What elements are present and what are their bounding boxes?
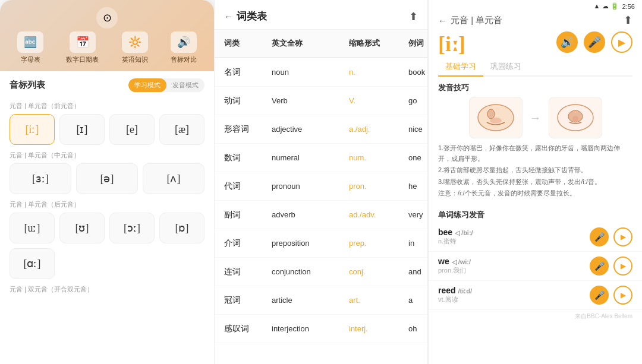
cell-chinese: 介词 — [224, 238, 272, 249]
word-mic-btn[interactable]: 🎤 — [590, 227, 609, 246]
speaker-btn[interactable]: 🔊 — [556, 31, 578, 53]
table-row[interactable]: 副词 adverb ad./adv. very — [215, 201, 427, 229]
svg-point-1 — [487, 109, 495, 119]
word-info: reed /tiːd/ vt.阅读 — [438, 286, 590, 304]
table-row[interactable]: 动词 Verb V. go — [215, 87, 427, 115]
cell-abbr: art. — [349, 296, 408, 305]
section-label-back-vowel: 元音 | 单元音（后元音） — [10, 200, 204, 209]
word-meaning: n.蜜蜂 — [438, 237, 590, 246]
practice-section-title: 单词练习发音 — [429, 205, 642, 223]
phoneme-ae[interactable]: [æ] — [159, 114, 204, 145]
section-label-diphthong: 元音 | 双元音（开合双元音） — [10, 285, 204, 294]
cell-english: article — [272, 296, 349, 305]
phoneme-grid-mid: [ɜː] [ə] [ʌ] — [10, 163, 204, 194]
nav-item-dates[interactable]: 📅 数字日期表 — [66, 31, 99, 64]
cell-english: noun — [272, 68, 349, 77]
word-practice-list: bee ◁ /bi:/ n.蜜蜂 🎤 ▶ we ◁ /wi:/ pron.我们 … — [429, 223, 642, 310]
cell-abbr: pron. — [349, 182, 408, 191]
phoneme-i-long[interactable]: [iː] — [10, 114, 55, 145]
status-icons: ▲ ☁ 🔋 — [594, 2, 619, 10]
panel3-footer: 来自BBC-Alex Bellem — [429, 310, 642, 323]
mouth-diagram-2 — [549, 97, 602, 138]
cell-abbr: interj. — [349, 324, 408, 333]
mode-pronounce-btn[interactable]: 发音模式 — [166, 78, 204, 92]
cell-example: in — [408, 239, 427, 248]
play-btn[interactable]: ▶ — [611, 31, 632, 53]
phoneme-o-long[interactable]: [ɔː] — [109, 213, 155, 243]
phoneme-grid-back: [uː] [ʊ] [ɔː] [ɒ] — [10, 213, 204, 243]
back-button[interactable]: ← 词类表 — [224, 10, 267, 23]
cell-chinese: 副词 — [224, 210, 272, 220]
panel3-tabs: 基础学习 巩固练习 — [438, 58, 632, 77]
cell-abbr: conj. — [349, 267, 408, 276]
phoneme-content: 元音 | 单元音（前元音） [iː] [ɪ] [e] [æ] 元音 | 单元音（… — [0, 96, 214, 364]
svg-point-2 — [490, 118, 502, 124]
mode-learn-btn[interactable]: 学习模式 — [128, 78, 166, 92]
nav-item-phonetic[interactable]: 🔊 音标对比 — [171, 31, 197, 64]
word-play-btn[interactable]: ▶ — [613, 286, 632, 305]
cell-example: book — [408, 68, 427, 77]
table-row[interactable]: 数词 numeral num. one — [215, 144, 427, 172]
svg-point-5 — [572, 116, 578, 122]
panel-phoneme-detail: ▲ ☁ 🔋 2:56 ← 元音 | 单元音 ⬆ [iː] 🔊 🎤 ▶ 基础学习 … — [428, 0, 642, 364]
mic-btn[interactable]: 🎤 — [584, 31, 605, 53]
phoneme-er-long[interactable]: [ɜː] — [10, 163, 71, 194]
word-practice-item: we ◁ /wi:/ pron.我们 🎤 ▶ — [429, 252, 642, 281]
tab-advanced[interactable]: 巩固练习 — [483, 58, 528, 75]
word-practice-item: reed /tiːd/ vt.阅读 🎤 ▶ — [429, 281, 642, 310]
table-row[interactable]: 形容词 adjective a./adj. nice — [215, 115, 427, 144]
phoneme-a-long[interactable]: [ɑː] — [10, 248, 55, 279]
cell-chinese: 形容词 — [224, 124, 272, 135]
nav-item-english[interactable]: 🔆 英语知识 — [122, 31, 148, 64]
phoneme-u-long[interactable]: [uː] — [10, 213, 55, 243]
tab-basic[interactable]: 基础学习 — [438, 58, 483, 77]
status-time: 2:56 — [622, 3, 635, 10]
table-row[interactable]: 代词 pronoun pron. he — [215, 172, 427, 201]
panel3-share-icon[interactable]: ⬆ — [624, 14, 632, 27]
phoneme-schwa[interactable]: [ə] — [76, 163, 138, 194]
table-row[interactable]: 名词 noun n. book — [215, 58, 427, 87]
cell-abbr: ad./adv. — [349, 210, 408, 219]
table-row[interactable]: 连词 conjunction conj. and — [215, 258, 427, 286]
tips-section-title: 发音技巧 — [429, 77, 642, 97]
cell-example: oh — [408, 324, 427, 333]
panel3-back-btn[interactable]: ← 元音 | 单元音 — [438, 15, 502, 26]
section-label-front-vowel: 元音 | 单元音（前元音） — [10, 102, 204, 110]
cell-english: pronoun — [272, 182, 349, 191]
cell-abbr: num. — [349, 153, 408, 162]
phoneme-e[interactable]: [e] — [109, 114, 155, 145]
word-name: reed /tiːd/ — [438, 286, 590, 295]
word-mic-btn[interactable]: 🎤 — [590, 286, 609, 305]
phoneme-o-short[interactable]: [ɒ] — [159, 213, 204, 243]
col-header-type: 词类 — [224, 38, 272, 49]
mouth-diagram-1 — [469, 97, 523, 138]
mode-switcher[interactable]: 学习模式 发音模式 — [128, 78, 204, 92]
phoneme-u-short[interactable]: [ʊ] — [59, 213, 105, 243]
phoneme-wedge[interactable]: [ʌ] — [143, 163, 204, 194]
table-row[interactable]: 感叹词 interjection interj. oh — [215, 315, 427, 343]
phoneme-list-title: 音标列表 — [10, 80, 45, 91]
alphabet-icon: 🔤 — [17, 31, 43, 53]
table-row[interactable]: 冠词 article art. a — [215, 286, 427, 315]
panel3-title: 元音 | 单元音 — [451, 15, 502, 26]
word-name: bee ◁ /bi:/ — [438, 227, 590, 237]
phoneme-i-short[interactable]: [ɪ] — [59, 114, 105, 145]
share-icon[interactable]: ⬆ — [409, 10, 418, 23]
word-play-btn[interactable]: ▶ — [613, 257, 632, 276]
cell-abbr: V. — [349, 96, 408, 105]
panel1-title-bar: 音标列表 学习模式 发音模式 — [0, 71, 214, 96]
nav-label-alphabet: 字母表 — [21, 55, 40, 64]
word-mic-btn[interactable]: 🎤 — [590, 257, 609, 276]
cell-english: preposition — [272, 239, 349, 248]
nav-item-alphabet[interactable]: 🔤 字母表 — [17, 31, 43, 64]
back-icon: ← — [224, 11, 233, 21]
cell-example: one — [408, 153, 427, 162]
word-name: we ◁ /wi:/ — [438, 257, 590, 266]
word-info: bee ◁ /bi:/ n.蜜蜂 — [438, 227, 590, 246]
word-phonetic: /tiːd/ — [458, 287, 472, 295]
phoneme-display: [iː] — [438, 31, 465, 56]
status-bar: ▲ ☁ 🔋 2:56 — [429, 0, 642, 10]
word-play-btn[interactable]: ▶ — [613, 227, 632, 246]
app-logo[interactable]: ⊙ — [96, 7, 118, 29]
table-row[interactable]: 介词 preposition prep. in — [215, 229, 427, 258]
